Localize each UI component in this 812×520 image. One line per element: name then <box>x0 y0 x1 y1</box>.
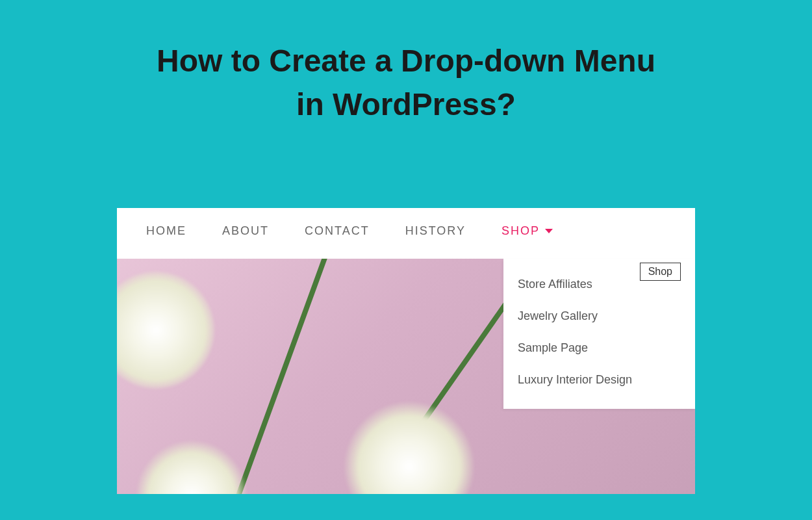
dropdown-item-sample-page[interactable]: Sample Page <box>518 332 681 364</box>
flower-decoration <box>344 402 474 494</box>
dropdown-item-luxury-interior[interactable]: Luxury Interior Design <box>518 364 681 396</box>
nav-item-history[interactable]: HISTORY <box>405 224 466 238</box>
page-title: How to Create a Drop-down Menu in WordPr… <box>0 0 812 126</box>
screenshot-container: HOME ABOUT CONTACT HISTORY SHOP Shop Sto… <box>117 208 695 494</box>
tooltip: Shop <box>640 263 681 281</box>
flower-stem-decoration <box>235 259 329 494</box>
flower-decoration <box>117 272 214 389</box>
title-line-1: How to Create a Drop-down Menu <box>0 39 812 83</box>
nav-item-about[interactable]: ABOUT <box>222 224 269 238</box>
dropdown-item-jewelry-gallery[interactable]: Jewelry Gallery <box>518 300 681 332</box>
flower-decoration <box>136 441 247 494</box>
navbar: HOME ABOUT CONTACT HISTORY SHOP <box>117 208 695 254</box>
shop-dropdown: Shop Store Affiliates Jewelry Gallery Sa… <box>503 259 695 409</box>
title-line-2: in WordPress? <box>0 83 812 126</box>
caret-down-icon <box>545 229 553 233</box>
nav-item-contact[interactable]: CONTACT <box>305 224 370 238</box>
nav-item-home[interactable]: HOME <box>146 224 186 238</box>
nav-item-shop-label: SHOP <box>501 224 540 238</box>
nav-item-shop[interactable]: SHOP <box>501 224 553 238</box>
